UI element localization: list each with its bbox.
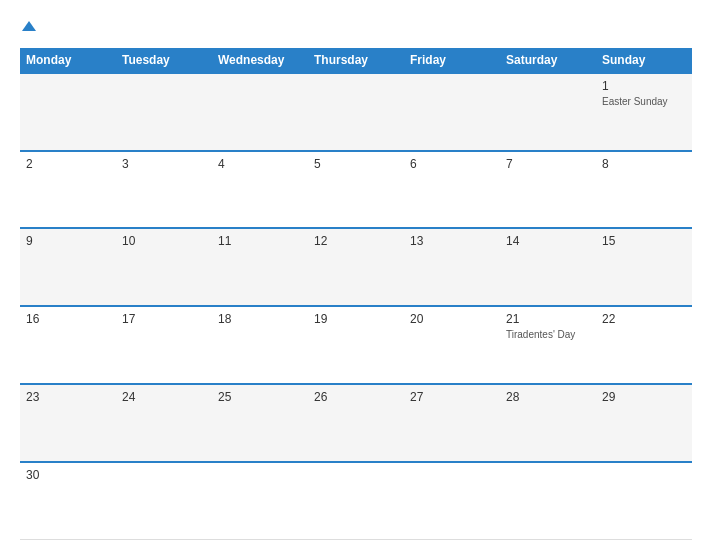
day-number: 2 bbox=[26, 157, 110, 171]
calendar-cell bbox=[596, 463, 692, 539]
calendar-cell: 11 bbox=[212, 229, 308, 305]
logo-triangle-icon bbox=[22, 21, 36, 31]
day-number: 10 bbox=[122, 234, 206, 248]
calendar-cell bbox=[404, 463, 500, 539]
header-day-saturday: Saturday bbox=[500, 48, 596, 72]
day-number: 29 bbox=[602, 390, 686, 404]
header-day-sunday: Sunday bbox=[596, 48, 692, 72]
day-number: 7 bbox=[506, 157, 590, 171]
calendar-body: 1Easter Sunday23456789101112131415161718… bbox=[20, 72, 692, 540]
calendar-cell: 15 bbox=[596, 229, 692, 305]
day-number: 4 bbox=[218, 157, 302, 171]
day-number: 23 bbox=[26, 390, 110, 404]
day-number: 6 bbox=[410, 157, 494, 171]
day-number: 15 bbox=[602, 234, 686, 248]
day-number: 16 bbox=[26, 312, 110, 326]
calendar-header: MondayTuesdayWednesdayThursdayFridaySatu… bbox=[20, 48, 692, 72]
calendar-cell: 28 bbox=[500, 385, 596, 461]
logo-text bbox=[20, 18, 36, 36]
day-number: 12 bbox=[314, 234, 398, 248]
header-day-friday: Friday bbox=[404, 48, 500, 72]
calendar-cell bbox=[20, 74, 116, 150]
day-number: 21 bbox=[506, 312, 590, 326]
calendar-cell: 10 bbox=[116, 229, 212, 305]
calendar-cell: 24 bbox=[116, 385, 212, 461]
calendar-cell: 4 bbox=[212, 152, 308, 228]
calendar-cell bbox=[212, 463, 308, 539]
calendar-cell bbox=[212, 74, 308, 150]
day-event: Easter Sunday bbox=[602, 95, 686, 108]
calendar-week-1: 1Easter Sunday bbox=[20, 72, 692, 150]
calendar-cell: 6 bbox=[404, 152, 500, 228]
calendar-cell: 17 bbox=[116, 307, 212, 383]
header-day-thursday: Thursday bbox=[308, 48, 404, 72]
header bbox=[20, 18, 692, 36]
day-number: 14 bbox=[506, 234, 590, 248]
day-number: 13 bbox=[410, 234, 494, 248]
calendar-cell bbox=[308, 463, 404, 539]
calendar-cell: 23 bbox=[20, 385, 116, 461]
calendar-week-6: 30 bbox=[20, 461, 692, 540]
day-number: 18 bbox=[218, 312, 302, 326]
calendar-cell bbox=[500, 463, 596, 539]
calendar-cell: 29 bbox=[596, 385, 692, 461]
calendar-cell: 25 bbox=[212, 385, 308, 461]
day-number: 1 bbox=[602, 79, 686, 93]
day-number: 25 bbox=[218, 390, 302, 404]
header-day-monday: Monday bbox=[20, 48, 116, 72]
calendar-week-3: 9101112131415 bbox=[20, 227, 692, 305]
calendar-cell: 5 bbox=[308, 152, 404, 228]
day-number: 26 bbox=[314, 390, 398, 404]
day-number: 20 bbox=[410, 312, 494, 326]
logo bbox=[20, 18, 36, 36]
day-number: 11 bbox=[218, 234, 302, 248]
calendar-cell: 8 bbox=[596, 152, 692, 228]
day-number: 27 bbox=[410, 390, 494, 404]
day-event: Tiradentes' Day bbox=[506, 328, 590, 341]
calendar-cell: 7 bbox=[500, 152, 596, 228]
calendar-cell bbox=[308, 74, 404, 150]
calendar-cell bbox=[500, 74, 596, 150]
header-day-tuesday: Tuesday bbox=[116, 48, 212, 72]
calendar-cell: 3 bbox=[116, 152, 212, 228]
calendar-cell: 20 bbox=[404, 307, 500, 383]
day-number: 22 bbox=[602, 312, 686, 326]
calendar-cell: 13 bbox=[404, 229, 500, 305]
day-number: 19 bbox=[314, 312, 398, 326]
calendar-cell: 19 bbox=[308, 307, 404, 383]
header-day-wednesday: Wednesday bbox=[212, 48, 308, 72]
day-number: 8 bbox=[602, 157, 686, 171]
calendar-cell bbox=[116, 74, 212, 150]
day-number: 17 bbox=[122, 312, 206, 326]
day-number: 24 bbox=[122, 390, 206, 404]
calendar-cell bbox=[404, 74, 500, 150]
calendar-cell: 16 bbox=[20, 307, 116, 383]
calendar-cell: 26 bbox=[308, 385, 404, 461]
calendar-cell bbox=[116, 463, 212, 539]
calendar-cell: 2 bbox=[20, 152, 116, 228]
calendar-cell: 1Easter Sunday bbox=[596, 74, 692, 150]
calendar-cell: 12 bbox=[308, 229, 404, 305]
calendar-cell: 21Tiradentes' Day bbox=[500, 307, 596, 383]
calendar-cell: 27 bbox=[404, 385, 500, 461]
calendar-cell: 22 bbox=[596, 307, 692, 383]
calendar: MondayTuesdayWednesdayThursdayFridaySatu… bbox=[20, 48, 692, 540]
day-number: 30 bbox=[26, 468, 110, 482]
day-number: 5 bbox=[314, 157, 398, 171]
calendar-page: MondayTuesdayWednesdayThursdayFridaySatu… bbox=[0, 0, 712, 550]
calendar-cell: 30 bbox=[20, 463, 116, 539]
day-number: 9 bbox=[26, 234, 110, 248]
day-number: 28 bbox=[506, 390, 590, 404]
calendar-cell: 14 bbox=[500, 229, 596, 305]
calendar-cell: 18 bbox=[212, 307, 308, 383]
day-number: 3 bbox=[122, 157, 206, 171]
calendar-week-2: 2345678 bbox=[20, 150, 692, 228]
calendar-cell: 9 bbox=[20, 229, 116, 305]
calendar-week-4: 161718192021Tiradentes' Day22 bbox=[20, 305, 692, 383]
calendar-week-5: 23242526272829 bbox=[20, 383, 692, 461]
